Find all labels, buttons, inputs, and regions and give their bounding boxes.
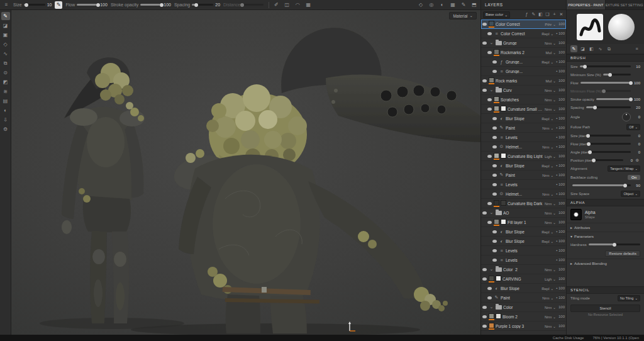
smudge-tool[interactable]: ∿ xyxy=(1,50,10,58)
tangent-wrap-icon[interactable]: ◠ xyxy=(294,1,301,9)
blend-mode-select[interactable]: Nrm ⌄ xyxy=(545,315,556,319)
layer-row[interactable]: ✎PaintNrm ⌄• 100 xyxy=(481,293,566,303)
opacity-value[interactable]: • 100 xyxy=(556,69,565,73)
opacity-value[interactable]: • 100 xyxy=(556,249,565,252)
opacity-value[interactable]: 100 xyxy=(558,154,565,158)
restore-defaults-button[interactable]: Restore defaults xyxy=(605,250,640,257)
blend-mode-select[interactable]: Nrm ⌄ xyxy=(545,107,556,111)
visibility-toggle-icon[interactable] xyxy=(492,193,497,196)
visibility-toggle-icon[interactable] xyxy=(482,306,487,309)
slider-knob[interactable] xyxy=(586,134,590,138)
blend-mode-select[interactable]: Nrm ⌄ xyxy=(542,192,553,196)
opacity-value[interactable]: 100 xyxy=(558,277,565,281)
blend-mode-select[interactable]: Nrm ⌄ xyxy=(545,305,556,310)
slider-track[interactable] xyxy=(588,135,631,137)
slider-knob[interactable] xyxy=(588,150,592,154)
slider-knob[interactable] xyxy=(608,73,612,77)
eraser-tool[interactable]: ◪ xyxy=(1,21,10,30)
folder-arrow-icon[interactable]: ⌄ xyxy=(489,305,494,310)
slider-knob[interactable] xyxy=(587,142,591,146)
add-folder-icon[interactable]: ❏ xyxy=(545,12,550,17)
param-select-size-space[interactable]: Object⌄ xyxy=(621,191,640,197)
paint-tool[interactable]: ✎ xyxy=(1,12,10,20)
blend-mode-select[interactable]: Repl ⌄ xyxy=(541,286,553,291)
opacity-value[interactable]: 100 xyxy=(558,41,565,45)
blend-mode-select[interactable]: Nrm ⌄ xyxy=(545,220,556,225)
slider-spacing[interactable]: Spacing20 xyxy=(174,3,220,7)
opacity-value[interactable]: • 100 xyxy=(556,135,565,139)
tiling-mode-select[interactable]: No Tiling ⌄ xyxy=(618,295,640,301)
opacity-value[interactable]: • 100 xyxy=(556,173,565,177)
slider-distance[interactable]: Distance xyxy=(223,3,265,7)
visibility-toggle-icon[interactable] xyxy=(487,98,492,101)
layer-row[interactable]: ≡Levels• 100 xyxy=(481,255,566,265)
erase-mode-icon[interactable]: ◪ xyxy=(579,45,586,52)
visibility-toggle-icon[interactable] xyxy=(492,230,497,233)
slider-track[interactable] xyxy=(77,4,98,6)
slider-track[interactable] xyxy=(590,151,631,153)
opacity-value[interactable]: • 100 xyxy=(556,31,565,35)
blend-mode-select[interactable]: Ligh ⌄ xyxy=(545,154,556,159)
slider-knob[interactable] xyxy=(194,3,198,7)
visibility-toggle-icon[interactable] xyxy=(492,240,497,243)
blend-mode-select[interactable]: Repl ⌄ xyxy=(541,60,553,64)
layers-panel-tab[interactable]: LAYERS xyxy=(480,0,566,9)
layer-row[interactable]: ⊙Helmet...Nrm ⌄• 100 xyxy=(481,189,566,199)
visibility-toggle-icon[interactable] xyxy=(482,325,487,328)
opacity-value[interactable]: 100 xyxy=(558,22,565,26)
opacity-value[interactable]: • 100 xyxy=(556,164,565,167)
layer-row[interactable]: Curvature Small L...Nrm ⌄100 xyxy=(481,104,566,114)
visibility-toggle-icon[interactable] xyxy=(492,117,497,120)
layer-row[interactable]: ◐Blur SlopeRepl ⌄• 100 xyxy=(481,284,566,293)
annotate-icon[interactable]: ✎ xyxy=(460,1,467,9)
symmetry-icon[interactable]: ◫ xyxy=(283,1,291,9)
slider-knob[interactable] xyxy=(25,3,28,7)
visibility-toggle-icon[interactable] xyxy=(482,23,487,26)
layer-row[interactable]: ⌄ColorNrm ⌄100 xyxy=(481,303,566,312)
folder-arrow-icon[interactable]: ⌄ xyxy=(489,87,494,92)
blend-mode-select[interactable]: Mul ⌄ xyxy=(546,50,556,55)
blend-mode-select[interactable]: Ligh ⌄ xyxy=(545,277,556,281)
blend-mode-select[interactable]: Nrm ⌄ xyxy=(545,211,556,215)
opacity-value[interactable]: • 100 xyxy=(556,60,565,64)
opacity-value[interactable]: 100 xyxy=(558,315,565,318)
add-layer-icon[interactable]: + xyxy=(552,12,557,17)
visibility-toggle-icon[interactable] xyxy=(482,89,487,92)
blend-mode-select[interactable]: Mul ⌄ xyxy=(546,79,556,83)
delete-layer-icon[interactable]: ✕ xyxy=(558,12,564,17)
visibility-toggle-icon[interactable] xyxy=(482,268,487,271)
layer-row[interactable]: Fill layer 1Nrm ⌄100 xyxy=(481,218,566,227)
slider-track[interactable] xyxy=(604,90,631,92)
slider-knob[interactable] xyxy=(602,89,606,93)
slider-flow[interactable]: Flow100 xyxy=(65,3,107,7)
layer-row[interactable]: Purple 1 copy 3Nrm ⌄100 xyxy=(481,321,566,331)
param-select-alignment[interactable]: Tangent / Wrap⌄ xyxy=(608,165,640,172)
material-picker-tool[interactable]: ⊙ xyxy=(1,69,10,77)
slider-track[interactable] xyxy=(580,65,631,67)
clone-mode-icon[interactable]: ⧉ xyxy=(606,45,613,52)
tab-properties-paint[interactable]: PROPERTIES - PAINT xyxy=(567,0,606,9)
polygon-fill-tool[interactable]: ◇ xyxy=(1,40,10,48)
layer-row[interactable]: ScratchesNrm ⌄100 xyxy=(481,95,566,104)
layer-row[interactable]: ≡Levels• 100 xyxy=(481,133,566,142)
opacity-value[interactable]: • 100 xyxy=(556,239,565,243)
stencil-button[interactable]: Stencil xyxy=(570,305,640,312)
visibility-toggle-icon[interactable] xyxy=(492,183,497,186)
advanced-blending-collapse[interactable]: ▸ Advanced Blending xyxy=(567,259,644,267)
blend-mode-select[interactable]: Nrm ⌄ xyxy=(545,267,556,272)
opacity-value[interactable]: 100 xyxy=(558,201,565,205)
visibility-toggle-icon[interactable] xyxy=(487,296,492,299)
slider-knob[interactable] xyxy=(629,81,633,85)
visibility-toggle-icon[interactable] xyxy=(482,315,487,318)
visibility-toggle-icon[interactable] xyxy=(482,211,487,215)
blend-mode-select[interactable]: Repl ⌄ xyxy=(541,239,553,243)
add-paint-icon[interactable]: ✎ xyxy=(531,12,536,17)
opacity-value[interactable]: • 100 xyxy=(556,145,565,148)
blend-mode-select[interactable]: Nrm ⌄ xyxy=(542,296,553,300)
material-mode-select[interactable]: Material ⌄ xyxy=(449,12,477,20)
viewport-3d-render[interactable] xyxy=(11,10,480,335)
blend-mode-select[interactable]: Nrm ⌄ xyxy=(545,98,556,102)
display-settings-icon[interactable]: ◐ xyxy=(1,106,10,115)
layer-row[interactable]: Curvature Big DarkNrm ⌄100 xyxy=(481,199,566,208)
slider-knob[interactable] xyxy=(629,98,633,101)
